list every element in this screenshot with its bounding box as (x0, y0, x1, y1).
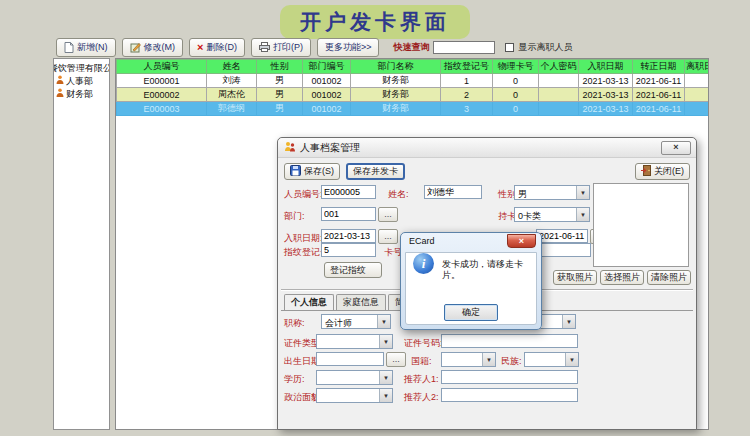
hire-date-input[interactable] (321, 229, 376, 243)
chevron-down-icon[interactable] (562, 315, 575, 328)
modify-button[interactable]: 修改(M) (122, 38, 184, 57)
messagebox-message: 发卡成功，请移走卡片。 (442, 259, 537, 281)
table-cell: 0 (493, 88, 539, 102)
close-button-label: 关闭(E) (654, 165, 684, 178)
column-header[interactable]: 人员编号 (117, 60, 207, 74)
exit-door-icon (641, 165, 651, 178)
column-header[interactable]: 部门名称 (351, 60, 441, 74)
table-cell: 1 (441, 74, 493, 88)
dept-input[interactable] (321, 207, 376, 221)
tree-root-label: 餐饮管理有限公司 (53, 62, 110, 75)
name-label: 姓名: (388, 188, 409, 201)
education-label: 学历: (284, 373, 305, 386)
ecard-messagebox: ECard 发卡成功，请移走卡片。 确定 (400, 232, 542, 330)
chevron-down-icon[interactable] (379, 371, 392, 384)
table-cell: E000001 (117, 74, 207, 88)
dialog-close-icon[interactable] (661, 141, 691, 155)
show-resigned-checkbox[interactable] (505, 43, 514, 52)
column-header[interactable]: 个人密码 (539, 60, 579, 74)
ethnicity-select[interactable] (524, 352, 579, 367)
table-cell: 001002 (303, 102, 351, 116)
dept-label: 部门: (284, 210, 305, 223)
tree-root-company[interactable]: 餐饮管理有限公司 (53, 62, 109, 75)
print-button-label: 打印(P) (273, 41, 303, 54)
choose-photo-button[interactable]: 选择照片 (600, 270, 644, 285)
card-type-select[interactable]: 0卡类 (514, 207, 590, 222)
table-cell: 郭德纲 (207, 102, 257, 116)
quick-search-input[interactable] (433, 41, 495, 54)
clear-photo-button[interactable]: 清除照片 (647, 270, 691, 285)
table-cell: 001002 (303, 74, 351, 88)
job-title-label: 职称: (284, 317, 305, 330)
print-button[interactable]: 打印(P) (251, 38, 311, 57)
save-button-label: 保存(S) (304, 165, 334, 178)
birth-date-browse-button[interactable]: ... (386, 352, 406, 367)
chevron-down-icon[interactable] (379, 335, 392, 348)
referrer1-input[interactable] (441, 370, 578, 384)
column-header[interactable]: 部门编号 (303, 60, 351, 74)
table-cell: 0 (493, 74, 539, 88)
table-row[interactable]: E000001刘涛男001002财务部102021-03-132021-06-1… (117, 74, 710, 88)
column-header[interactable]: 指纹登记号 (441, 60, 493, 74)
birth-date-input[interactable] (316, 352, 384, 366)
save-button[interactable]: 保存(S) (284, 163, 340, 180)
table-cell (539, 102, 579, 116)
column-header[interactable]: 性别 (257, 60, 303, 74)
table-cell (685, 74, 710, 88)
chevron-down-icon[interactable] (379, 389, 392, 402)
table-row[interactable]: E000003郭德纲男001002财务部302021-03-132021-06-… (117, 102, 710, 116)
column-header[interactable]: 物理卡号 (493, 60, 539, 74)
name-input[interactable] (424, 185, 482, 199)
table-cell: 2021-06-11 (633, 102, 685, 116)
edit-icon (130, 42, 141, 53)
add-button[interactable]: 新增(N) (56, 38, 116, 57)
chevron-down-icon[interactable] (482, 353, 495, 366)
regular-date-input[interactable] (536, 229, 588, 243)
show-resigned-label: 显示离职人员 (518, 41, 572, 54)
fingerprint-no-input[interactable] (321, 243, 376, 257)
save-and-issue-button[interactable]: 保存并发卡 (346, 163, 405, 180)
dept-browse-button[interactable]: ... (378, 207, 398, 222)
referrer2-input[interactable] (441, 388, 578, 402)
delete-button[interactable]: × 删除(D) (189, 38, 245, 57)
column-header[interactable]: 姓名 (207, 60, 257, 74)
table-cell: 财务部 (351, 74, 441, 88)
table-cell: 2021-03-13 (579, 74, 633, 88)
tab-family-info[interactable]: 家庭信息 (336, 294, 386, 310)
column-header[interactable]: 转正日期 (633, 60, 685, 74)
job-title-value: 会计师 (325, 317, 352, 330)
dialog-toolbar: 保存(S) 保存并发卡 关闭(E) (284, 162, 690, 181)
tree-item-人事部[interactable]: 人事部 (56, 75, 109, 88)
table-cell: 刘涛 (207, 74, 257, 88)
chevron-down-icon[interactable] (576, 208, 589, 221)
gender-select[interactable]: 男 (514, 185, 590, 200)
nationality-label: 国籍: (411, 355, 432, 368)
save-and-issue-label: 保存并发卡 (353, 165, 398, 178)
tree-item-财务部[interactable]: 财务部 (56, 88, 109, 101)
more-functions-button[interactable]: 更多功能>> (317, 38, 380, 57)
table-header-row: 人员编号姓名性别部门编号部门名称指纹登记号物理卡号个人密码入职日期转正日期离职日… (117, 60, 710, 74)
org-tree-panel: 餐饮管理有限公司 人事部财务部 (53, 58, 110, 430)
education-select[interactable] (316, 370, 393, 385)
add-button-label: 新增(N) (77, 41, 108, 54)
id-no-input[interactable] (441, 334, 578, 348)
table-row[interactable]: E000002周杰伦男001002财务部202021-03-132021-06-… (117, 88, 710, 102)
messagebox-close-icon[interactable] (507, 234, 536, 248)
emp-no-input[interactable] (321, 185, 376, 199)
chevron-down-icon[interactable] (565, 353, 578, 366)
dialog-titlebar[interactable]: 人事档案管理 (278, 138, 696, 158)
column-header[interactable]: 入职日期 (579, 60, 633, 74)
register-fingerprint-button[interactable]: 登记指纹 (324, 262, 382, 278)
close-button[interactable]: 关闭(E) (635, 163, 690, 180)
hire-date-browse-button[interactable]: ... (378, 229, 398, 244)
ok-button[interactable]: 确定 (444, 304, 498, 321)
nationality-select[interactable] (441, 352, 496, 367)
chevron-down-icon[interactable] (377, 315, 390, 328)
tab-personal-info[interactable]: 个人信息 (284, 294, 334, 310)
job-title-select[interactable]: 会计师 (321, 314, 391, 329)
id-type-select[interactable] (316, 334, 393, 349)
politics-select[interactable] (316, 388, 393, 403)
capture-photo-button[interactable]: 获取照片 (553, 270, 597, 285)
column-header[interactable]: 离职日期 (685, 60, 710, 74)
chevron-down-icon[interactable] (576, 186, 589, 199)
